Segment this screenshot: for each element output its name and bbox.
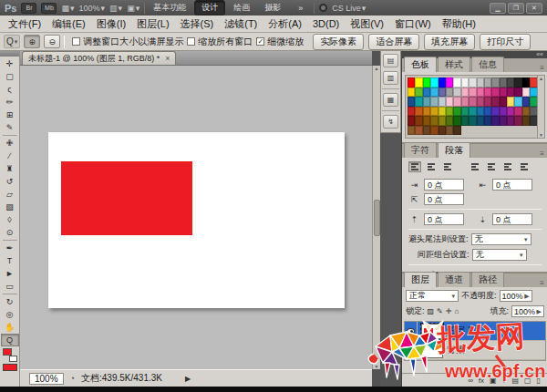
color-swatch[interactable] — [500, 116, 507, 126]
align-justify-last-right-button[interactable] — [501, 161, 514, 172]
color-swatch[interactable] — [500, 107, 507, 117]
foreground-color-swatch[interactable] — [3, 364, 17, 371]
mojikumi-select[interactable]: 无 ▾ — [472, 249, 527, 261]
indent-right-field[interactable]: 0 点 — [492, 179, 532, 191]
zoom-level-dropdown[interactable]: 100% ▾ — [79, 4, 106, 13]
tab-paragraph[interactable]: 段落 — [438, 142, 470, 158]
3d-orbit-tool[interactable]: ◎ — [1, 308, 19, 321]
gradient-tool[interactable]: ▧ — [1, 201, 19, 213]
color-swatch[interactable] — [491, 77, 499, 88]
color-swatch[interactable] — [453, 116, 460, 126]
options-button-3[interactable]: 打印尺寸 — [480, 34, 531, 50]
layer-group-icon[interactable]: ▤ — [511, 377, 519, 385]
tab-close-icon[interactable]: × — [165, 54, 170, 63]
color-swatch[interactable] — [522, 116, 530, 126]
color-swatch[interactable] — [453, 88, 460, 98]
tab-info[interactable]: 信息 — [471, 57, 504, 72]
cs-live-button[interactable]: CS Live ▾ — [332, 4, 366, 13]
color-swatch[interactable] — [423, 107, 430, 117]
color-swatch[interactable] — [522, 77, 530, 88]
color-swatch[interactable] — [484, 107, 491, 117]
align-left-button[interactable] — [408, 161, 421, 172]
option-checkbox-1[interactable]: 缩放所有窗口 — [187, 36, 253, 48]
color-swatch[interactable] — [514, 88, 521, 98]
menu-item-10[interactable]: 帮助(H) — [437, 17, 481, 31]
restore-button[interactable]: ❐ — [508, 3, 524, 14]
menu-item-0[interactable]: 文件(F) — [3, 17, 46, 31]
color-swatch[interactable] — [469, 107, 476, 117]
color-swatch[interactable] — [408, 77, 415, 88]
zoom-tool[interactable]: Q — [1, 334, 19, 346]
spot-healing-brush-tool[interactable]: ✙ — [1, 137, 19, 150]
color-swatch[interactable] — [500, 97, 507, 107]
menu-item-1[interactable]: 编辑(E) — [46, 17, 91, 31]
eyedropper-tool[interactable]: ✎ — [1, 121, 19, 134]
quick-selection-tool[interactable]: ✏ — [1, 96, 19, 108]
blend-mode-select[interactable]: 正常 ▾ — [406, 290, 459, 302]
color-swatch[interactable] — [500, 77, 507, 88]
workspace-label[interactable]: 基本功能 — [150, 2, 190, 14]
workspace-more-button[interactable]: » — [292, 3, 309, 14]
eraser-tool[interactable]: ▱ — [1, 188, 19, 201]
layer-row[interactable]: 图层 1 — [405, 322, 545, 341]
tool-preset-picker[interactable]: Q ▾ — [4, 35, 20, 48]
swatches-scrollbar[interactable]: ▲ ▼ — [537, 76, 544, 138]
tab-paths[interactable]: 路径 — [471, 272, 504, 287]
color-swatch[interactable] — [439, 107, 446, 117]
color-swatch[interactable] — [408, 107, 415, 117]
scroll-down-icon[interactable]: ▼ — [539, 132, 543, 138]
dock-icon-panel-2[interactable]: ▥ — [383, 71, 398, 85]
color-swatch[interactable] — [415, 97, 422, 107]
fill-field[interactable]: 100% ▶ — [511, 305, 544, 317]
pen-tool[interactable]: ✒ — [1, 242, 19, 254]
menu-item-3[interactable]: 图层(L) — [131, 17, 174, 31]
scroll-down-icon[interactable]: ▼ — [375, 364, 379, 369]
tab-character[interactable]: 字符 — [404, 142, 437, 158]
menu-item-2[interactable]: 图像(I) — [91, 17, 131, 31]
color-swatch[interactable] — [484, 97, 491, 107]
space-before-field[interactable]: 0 点 — [424, 213, 464, 225]
color-swatch[interactable] — [439, 126, 446, 136]
color-swatch[interactable] — [453, 97, 460, 107]
workspace-button-摄影[interactable]: 摄影 — [258, 1, 287, 15]
dock-icon-history[interactable]: ↯ — [383, 115, 398, 129]
screen-mode-button[interactable]: ▣ ▾ — [127, 4, 139, 13]
color-swatch[interactable] — [522, 97, 530, 107]
color-swatch[interactable] — [507, 107, 514, 117]
tab-layers[interactable]: 图层 — [404, 272, 437, 287]
color-swatch[interactable] — [423, 116, 430, 126]
color-swatch[interactable] — [461, 77, 469, 88]
color-swatch[interactable] — [430, 88, 438, 98]
color-swatch[interactable] — [415, 88, 422, 98]
color-swatch[interactable] — [423, 126, 430, 136]
color-swatch[interactable] — [507, 88, 514, 98]
menu-item-8[interactable]: 视图(V) — [345, 17, 389, 31]
panel-menu-icon[interactable]: ≡ — [536, 64, 547, 72]
crop-tool[interactable]: ⊞ — [1, 108, 19, 121]
color-swatch[interactable] — [507, 97, 514, 107]
color-swatch[interactable] — [430, 116, 438, 126]
color-swatch[interactable] — [446, 88, 453, 98]
adjustment-layer-icon[interactable]: ◐ — [502, 377, 507, 385]
option-checkbox-2[interactable]: ✓细微缩放 — [256, 36, 304, 48]
color-swatch[interactable] — [408, 126, 415, 136]
color-swatch[interactable] — [415, 77, 422, 88]
menu-item-9[interactable]: 窗口(W) — [389, 17, 437, 31]
color-swatch[interactable] — [408, 116, 415, 126]
color-swatch[interactable] — [469, 116, 476, 126]
zoom-out-mode-button[interactable]: ⊖ — [44, 35, 60, 48]
color-swatch[interactable] — [423, 77, 430, 88]
color-swatch[interactable] — [439, 97, 446, 107]
color-swatch[interactable] — [522, 88, 530, 98]
dock-icon-panel-3[interactable]: ▦ — [383, 93, 398, 107]
arrange-documents-button[interactable]: ▦ ▾ — [61, 4, 74, 13]
color-swatch[interactable] — [500, 88, 507, 98]
mini-bridge-icon[interactable]: Mb — [41, 3, 57, 14]
color-swatch[interactable] — [491, 107, 499, 117]
lock-icon-1[interactable]: ✎ — [437, 307, 443, 315]
zoom-in-mode-button[interactable]: ⊕ — [24, 35, 40, 48]
color-swatch[interactable] — [453, 126, 460, 136]
color-swatch[interactable] — [439, 116, 446, 126]
color-swatch[interactable] — [446, 107, 453, 117]
blur-tool[interactable]: ◊ — [1, 213, 19, 226]
